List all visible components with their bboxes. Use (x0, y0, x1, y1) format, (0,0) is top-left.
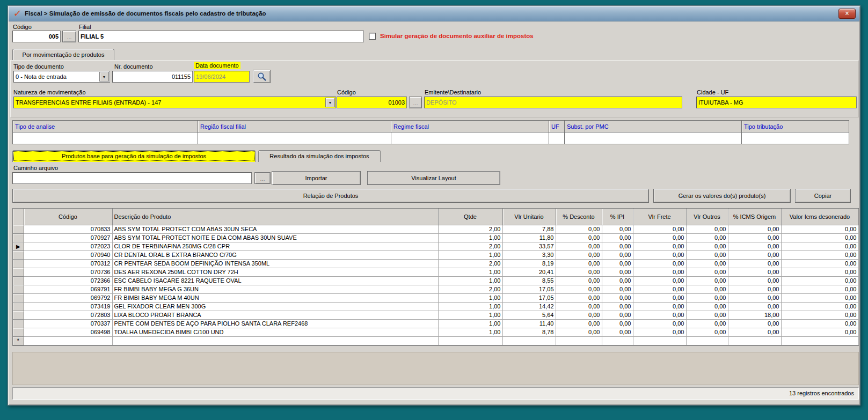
cell[interactable]: TOALHA UMEDECIDA BIMBI C/100 UND (112, 328, 438, 336)
cell[interactable]: 1,00 (438, 233, 502, 242)
cell[interactable]: 1,00 (438, 319, 502, 328)
cell[interactable]: 0,00 (728, 328, 781, 336)
cell[interactable] (728, 336, 781, 345)
row-indicator[interactable] (13, 225, 24, 233)
cell[interactable]: 1,00 (438, 328, 502, 336)
cell[interactable]: 0,00 (686, 259, 728, 268)
chevron-down-icon[interactable]: ▼ (99, 72, 109, 82)
row-indicator[interactable] (13, 302, 24, 311)
nr-documento-field[interactable]: 011155 (112, 71, 193, 83)
cell[interactable]: 0,00 (728, 319, 781, 328)
cell[interactable]: 8,55 (502, 276, 556, 285)
cell[interactable]: 0,00 (781, 225, 858, 233)
row-indicator[interactable] (13, 319, 24, 328)
cell[interactable]: 0,00 (686, 328, 728, 336)
cell[interactable]: 1,00 (438, 268, 502, 276)
cell[interactable]: 8,19 (502, 259, 556, 268)
cell[interactable]: 0,00 (556, 311, 602, 319)
cell[interactable]: 1,00 (438, 302, 502, 311)
cell[interactable]: 0,00 (602, 242, 633, 250)
cell[interactable]: 1,00 (438, 276, 502, 285)
row-indicator[interactable] (13, 285, 24, 293)
table-row[interactable]: 072366ESC CABELO ISACARE 8221 RAQUETE OV… (13, 276, 858, 285)
cell[interactable]: 0,00 (686, 225, 728, 233)
cell[interactable]: 070312 (24, 259, 112, 268)
cell[interactable]: 3,30 (502, 250, 556, 259)
cell[interactable]: 0,00 (633, 233, 686, 242)
cell[interactable]: 0,00 (633, 250, 686, 259)
cell[interactable]: ESC CABELO ISACARE 8221 RAQUETE OVAL (112, 276, 438, 285)
titlebar[interactable]: ✓ Fiscal > Simulação de emissão de docum… (9, 6, 859, 21)
cell[interactable]: 0,00 (781, 276, 858, 285)
cell[interactable]: 0,00 (728, 225, 781, 233)
cell[interactable]: 0,00 (633, 225, 686, 233)
row-indicator[interactable] (13, 268, 24, 276)
cell[interactable]: 8,78 (502, 328, 556, 336)
cell[interactable] (556, 336, 602, 345)
cell[interactable]: 0,00 (602, 259, 633, 268)
cell[interactable]: 0,00 (556, 233, 602, 242)
gerar-valores-button[interactable]: Gerar os valores do(s) produto(s) (653, 189, 791, 203)
cell[interactable]: 0,00 (633, 285, 686, 293)
tab-por-movimentacao[interactable]: Por movimentação de produtos (12, 49, 114, 61)
cell[interactable]: 0,00 (633, 311, 686, 319)
cell[interactable]: FR BIMBI BABY MEGA M 40UN (112, 293, 438, 302)
cell[interactable]: 072023 (24, 242, 112, 250)
cell[interactable]: CLOR DE TERBINAFINA 250MG C/28 CPR (112, 242, 438, 250)
row-indicator[interactable] (13, 328, 24, 336)
cell[interactable]: 0,00 (728, 259, 781, 268)
cell[interactable]: 0,00 (602, 285, 633, 293)
cell[interactable]: 0,00 (686, 302, 728, 311)
cell[interactable]: FR BIMBI BABY MEGA G 36UN (112, 285, 438, 293)
cell[interactable]: 14,42 (502, 302, 556, 311)
cell[interactable]: 0,00 (556, 293, 602, 302)
table-row[interactable]: ▶072023CLOR DE TERBINAFINA 250MG C/28 CP… (13, 242, 858, 250)
codigo-browse-button[interactable]: ... (62, 31, 76, 42)
visualizar-layout-button[interactable]: Visualizar Layout (367, 171, 500, 185)
cell[interactable]: 0,00 (602, 328, 633, 336)
tab-resultado-simulacao[interactable]: Resultado da simulação dos impostos (258, 150, 381, 162)
table-row[interactable]: 070312CR PENTEAR SEDA BOOM DEFINIÇÃO INT… (13, 259, 858, 268)
cell[interactable]: 0,00 (633, 328, 686, 336)
row-indicator[interactable] (13, 250, 24, 259)
cell[interactable]: 0,00 (633, 268, 686, 276)
cell[interactable]: 1,00 (438, 311, 502, 319)
cell[interactable]: 1,00 (438, 250, 502, 259)
cell[interactable]: 0,00 (686, 233, 728, 242)
cell[interactable]: 20,41 (502, 268, 556, 276)
caminho-arquivo-input[interactable] (12, 172, 252, 184)
cell[interactable]: 0,00 (728, 293, 781, 302)
cell[interactable]: 0,00 (781, 242, 858, 250)
table-row[interactable]: 070337PENTE COM DENTES DE AÇO PARA PIOLH… (13, 319, 858, 328)
cell[interactable]: 0,00 (556, 259, 602, 268)
table-row[interactable]: 069792FR BIMBI BABY MEGA M 40UN1,0017,05… (13, 293, 858, 302)
cell[interactable]: 0,00 (556, 276, 602, 285)
close-button[interactable]: × (838, 9, 856, 19)
cell[interactable]: 0,00 (602, 311, 633, 319)
cell[interactable]: 0,00 (686, 276, 728, 285)
cell[interactable] (633, 336, 686, 345)
filial-field[interactable]: FILIAL 5 (78, 31, 364, 42)
cell[interactable]: 0,00 (686, 311, 728, 319)
tab-produtos-base[interactable]: Produtos base para geração da simulação … (12, 150, 256, 162)
emitente-field[interactable]: DEPÓSITO (424, 97, 682, 108)
cell[interactable]: 0,00 (728, 276, 781, 285)
cell[interactable]: ABS SYM TOTAL PROTECT NOITE E DIA COM AB… (112, 233, 438, 242)
cell[interactable]: 0,00 (602, 233, 633, 242)
cell[interactable]: 0,00 (728, 285, 781, 293)
cell[interactable]: 070927 (24, 233, 112, 242)
search-button[interactable] (253, 70, 271, 83)
cell[interactable]: DES AER REXONA 250ML COTTON DRY 72H (112, 268, 438, 276)
cell[interactable]: 0,00 (781, 259, 858, 268)
natureza-combo[interactable]: TRANSFERENCIAS ENTRE FILIAIS (ENTRADA) -… (13, 97, 336, 108)
cell[interactable]: 2,00 (438, 259, 502, 268)
cell[interactable]: 7,88 (502, 225, 556, 233)
cell[interactable]: 0,00 (556, 302, 602, 311)
cell[interactable]: 0,00 (781, 311, 858, 319)
row-indicator[interactable] (13, 233, 24, 242)
cell[interactable]: 0,00 (633, 319, 686, 328)
row-indicator[interactable] (13, 293, 24, 302)
cell[interactable]: PENTE COM DENTES DE AÇO PARA PIOLHO SANT… (112, 319, 438, 328)
row-indicator[interactable] (13, 259, 24, 268)
cell[interactable] (602, 336, 633, 345)
